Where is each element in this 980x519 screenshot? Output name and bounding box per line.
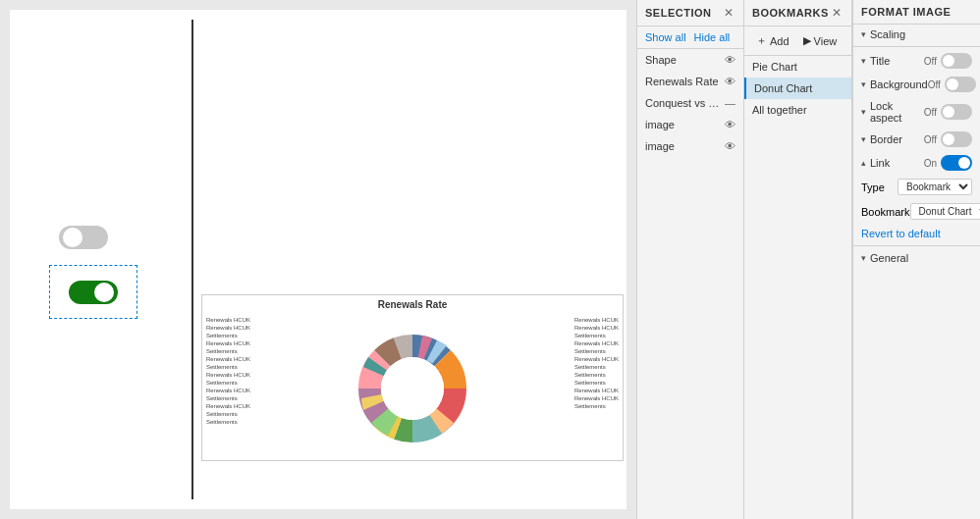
- chevron-down-icon: ▾: [861, 29, 866, 39]
- bookmark-label: All together: [752, 104, 807, 116]
- toggle-widget-selected[interactable]: [49, 265, 137, 319]
- toggle-knob: [943, 133, 954, 145]
- selection-panel: SELECTION ✕ Show all Hide all Shape 👁 Re…: [636, 0, 744, 519]
- bookmarks-panel-header: BOOKMARKS ✕: [744, 0, 851, 26]
- toggle-knob: [943, 106, 954, 118]
- border-label-group: ▾ Border: [861, 133, 902, 145]
- bookmark-all-together[interactable]: All together: [744, 99, 851, 121]
- link-toggle[interactable]: [941, 155, 972, 171]
- toggle-widget-off[interactable]: [59, 226, 128, 255]
- chevron-down-icon: ▾: [861, 134, 866, 144]
- selection-item-conquest[interactable]: Conquest vs Renewals —: [637, 92, 743, 114]
- background-toggle-group: Off: [928, 77, 976, 92]
- donut-svg: [334, 315, 491, 457]
- chevron-down-icon: ▾: [861, 253, 866, 263]
- bookmarks-close-button[interactable]: ✕: [830, 6, 844, 20]
- border-toggle-group: Off: [924, 131, 972, 147]
- format-panel-header: FORMAT IMAGE: [853, 0, 980, 25]
- selection-item-image-1[interactable]: image 👁: [637, 114, 743, 135]
- bookmark-label: Pie Chart: [752, 61, 797, 73]
- view-bookmark-button[interactable]: ▶ View: [799, 31, 842, 50]
- selection-close-button[interactable]: ✕: [722, 6, 735, 20]
- add-icon: ＋: [756, 33, 767, 48]
- divider: [853, 245, 980, 246]
- selection-item-image-2[interactable]: image 👁: [637, 135, 743, 157]
- divider: [853, 46, 980, 47]
- type-select[interactable]: Bookmark URL: [898, 179, 972, 195]
- lock-aspect-toggle[interactable]: [941, 104, 972, 120]
- type-row: Type Bookmark URL: [853, 175, 980, 199]
- chevron-up-icon: ▴: [861, 158, 866, 168]
- selection-item-label: Renewals Rate: [645, 76, 725, 87]
- toggle-knob: [943, 55, 954, 67]
- title-state: Off: [924, 56, 937, 67]
- canvas-inner: Renewals Rate Renewals HCUK Renewals HCU…: [10, 10, 626, 509]
- eye-icon[interactable]: 👁: [725, 119, 735, 130]
- background-toggle[interactable]: [945, 77, 976, 92]
- general-label-group: ▾ General: [861, 252, 908, 264]
- toggle-off-track[interactable]: [59, 226, 108, 249]
- background-state: Off: [928, 79, 941, 90]
- title-row: ▾ Title Off: [853, 49, 980, 73]
- type-label: Type: [861, 182, 885, 193]
- title-toggle[interactable]: [941, 53, 972, 69]
- revert-to-default-button[interactable]: Revert to default: [853, 224, 980, 243]
- lock-aspect-state: Off: [924, 107, 937, 118]
- dash-icon[interactable]: —: [725, 97, 735, 109]
- revert-label: Revert to default: [861, 228, 941, 239]
- chart-labels-left: Renewals HCUK Renewals HCUK Settlements …: [206, 317, 250, 425]
- chevron-down-icon: ▾: [861, 56, 866, 66]
- chart-labels-right: Renewals HCUK Renewals HCUK Settlements …: [574, 317, 619, 409]
- selection-item-label: image: [645, 119, 725, 130]
- chevron-down-icon: ▾: [861, 107, 866, 117]
- link-toggle-group: On: [924, 155, 972, 171]
- general-label: General: [870, 252, 908, 264]
- eye-icon[interactable]: 👁: [725, 76, 735, 87]
- hide-all-button[interactable]: Hide all: [694, 31, 731, 43]
- background-label-group: ▾ Background: [861, 78, 928, 90]
- title-toggle-group: Off: [924, 53, 972, 69]
- link-state: On: [924, 158, 937, 169]
- border-state: Off: [924, 134, 937, 145]
- scaling-label-group: ▾ Scaling: [861, 28, 905, 40]
- selection-item-label: Conquest vs Renewals: [645, 97, 725, 109]
- selection-title: SELECTION: [645, 7, 711, 19]
- selection-panel-header: SELECTION ✕: [637, 0, 743, 26]
- bookmark-pie-chart[interactable]: Pie Chart: [744, 56, 851, 78]
- selection-item-shape[interactable]: Shape 👁: [637, 49, 743, 71]
- general-row[interactable]: ▾ General: [853, 248, 980, 268]
- eye-icon[interactable]: 👁: [725, 140, 735, 152]
- border-toggle[interactable]: [941, 131, 972, 147]
- eye-icon[interactable]: 👁: [725, 54, 735, 66]
- scaling-row: ▾ Scaling: [853, 25, 980, 44]
- bookmarks-toolbar: ＋ Add ▶ View: [744, 26, 851, 56]
- background-label: Background: [870, 78, 928, 90]
- donut-chart-container: Renewals Rate Renewals HCUK Renewals HCU…: [201, 294, 624, 461]
- bookmark-label: Bookmark: [861, 206, 910, 218]
- link-label: Link: [870, 157, 890, 169]
- chart-title: Renewals Rate: [378, 299, 448, 310]
- link-label-group: ▴ Link: [861, 157, 890, 169]
- selection-panel-actions: Show all Hide all: [637, 26, 743, 49]
- border-label: Border: [870, 133, 902, 145]
- chevron-down-icon: ▾: [861, 79, 866, 89]
- lock-aspect-toggle-group: Off: [924, 104, 972, 120]
- view-label: View: [814, 35, 838, 47]
- vertical-divider: [191, 20, 193, 499]
- background-row: ▾ Background Off: [853, 73, 980, 96]
- selection-item-label: image: [645, 140, 725, 152]
- show-all-button[interactable]: Show all: [645, 31, 686, 43]
- selection-item-renewals-rate[interactable]: Renewals Rate 👁: [637, 71, 743, 92]
- bookmarks-title: BOOKMARKS: [752, 7, 829, 19]
- bookmarks-panel: BOOKMARKS ✕ ＋ Add ▶ View Pie Chart Donut…: [744, 0, 852, 519]
- format-image-panel: FORMAT IMAGE ▾ Scaling ▾ Title Off ▾ Bac…: [852, 0, 980, 519]
- title-label: Title: [870, 55, 890, 67]
- selection-item-label: Shape: [645, 54, 725, 66]
- format-panel-title: FORMAT IMAGE: [861, 6, 951, 18]
- add-label: Add: [770, 35, 789, 47]
- scaling-label: Scaling: [870, 28, 905, 40]
- bookmark-donut-chart[interactable]: Donut Chart: [744, 78, 851, 99]
- add-bookmark-button[interactable]: ＋ Add: [752, 31, 793, 50]
- toggle-on-track[interactable]: [69, 281, 118, 304]
- bookmark-select[interactable]: Donut Chart Pie Chart All together: [910, 203, 980, 220]
